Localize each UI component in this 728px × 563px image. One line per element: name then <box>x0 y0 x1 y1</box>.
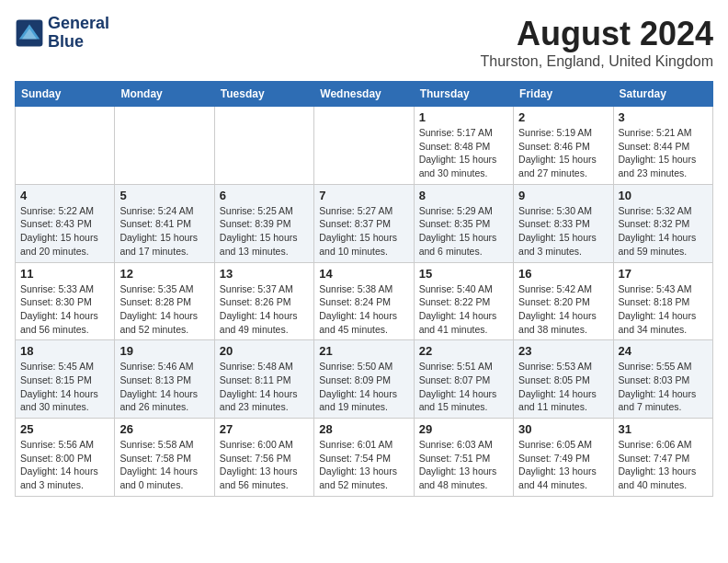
day-number: 14 <box>319 267 408 281</box>
day-number: 11 <box>20 267 109 281</box>
calendar-header-friday: Friday <box>514 82 613 107</box>
calendar-header-saturday: Saturday <box>613 82 712 107</box>
calendar-cell: 16Sunrise: 5:42 AM Sunset: 8:20 PM Dayli… <box>514 262 613 340</box>
calendar-cell: 25Sunrise: 5:56 AM Sunset: 8:00 PM Dayli… <box>16 419 115 497</box>
title-block: August 2024 Thurston, England, United Ki… <box>481 15 713 70</box>
calendar-cell: 12Sunrise: 5:35 AM Sunset: 8:28 PM Dayli… <box>115 262 214 340</box>
logo-text: General Blue <box>48 15 109 52</box>
calendar-cell: 23Sunrise: 5:53 AM Sunset: 8:05 PM Dayli… <box>514 340 613 419</box>
day-info: Sunrise: 5:29 AM Sunset: 8:35 PM Dayligh… <box>419 204 508 259</box>
day-number: 2 <box>518 110 608 124</box>
calendar-cell: 11Sunrise: 5:33 AM Sunset: 8:30 PM Dayli… <box>16 262 115 340</box>
day-info: Sunrise: 5:22 AM Sunset: 8:43 PM Dayligh… <box>20 204 109 259</box>
day-info: Sunrise: 5:56 AM Sunset: 8:00 PM Dayligh… <box>20 438 109 492</box>
day-number: 29 <box>419 422 508 436</box>
day-number: 31 <box>619 422 708 436</box>
calendar-cell: 15Sunrise: 5:40 AM Sunset: 8:22 PM Dayli… <box>414 262 513 340</box>
calendar-week-row: 4Sunrise: 5:22 AM Sunset: 8:43 PM Daylig… <box>16 184 713 262</box>
day-info: Sunrise: 5:40 AM Sunset: 8:22 PM Dayligh… <box>419 282 508 337</box>
day-number: 12 <box>119 267 209 281</box>
day-info: Sunrise: 5:24 AM Sunset: 8:41 PM Dayligh… <box>119 204 209 259</box>
day-info: Sunrise: 5:21 AM Sunset: 8:44 PM Dayligh… <box>619 126 708 180</box>
day-info: Sunrise: 5:53 AM Sunset: 8:05 PM Dayligh… <box>518 360 608 414</box>
day-info: Sunrise: 6:05 AM Sunset: 7:49 PM Dayligh… <box>518 438 608 492</box>
day-number: 18 <box>20 344 109 358</box>
calendar-week-row: 11Sunrise: 5:33 AM Sunset: 8:30 PM Dayli… <box>16 262 713 340</box>
calendar-cell: 17Sunrise: 5:43 AM Sunset: 8:18 PM Dayli… <box>613 262 712 340</box>
calendar-header-sunday: Sunday <box>16 82 115 107</box>
calendar-cell: 1Sunrise: 5:17 AM Sunset: 8:48 PM Daylig… <box>414 107 513 185</box>
day-info: Sunrise: 6:03 AM Sunset: 7:51 PM Dayligh… <box>419 438 508 492</box>
calendar-cell: 3Sunrise: 5:21 AM Sunset: 8:44 PM Daylig… <box>613 107 712 185</box>
calendar-header-tuesday: Tuesday <box>214 82 313 107</box>
logo-icon <box>15 18 44 48</box>
day-info: Sunrise: 5:32 AM Sunset: 8:32 PM Dayligh… <box>619 204 708 259</box>
month-year: August 2024 <box>481 15 713 53</box>
calendar-cell: 30Sunrise: 6:05 AM Sunset: 7:49 PM Dayli… <box>514 419 613 497</box>
day-number: 5 <box>119 189 209 202</box>
calendar-cell: 21Sunrise: 5:50 AM Sunset: 8:09 PM Dayli… <box>314 340 414 419</box>
calendar-header-wednesday: Wednesday <box>314 82 414 107</box>
day-info: Sunrise: 5:55 AM Sunset: 8:03 PM Dayligh… <box>619 360 708 414</box>
day-number: 24 <box>619 344 708 358</box>
day-number: 13 <box>220 267 309 281</box>
calendar-cell <box>16 107 115 185</box>
calendar-week-row: 25Sunrise: 5:56 AM Sunset: 8:00 PM Dayli… <box>16 419 713 497</box>
day-number: 3 <box>619 110 708 124</box>
day-info: Sunrise: 5:50 AM Sunset: 8:09 PM Dayligh… <box>319 360 408 414</box>
day-number: 6 <box>220 189 309 202</box>
day-number: 22 <box>419 344 508 358</box>
day-info: Sunrise: 5:19 AM Sunset: 8:46 PM Dayligh… <box>518 126 608 180</box>
calendar-cell: 19Sunrise: 5:46 AM Sunset: 8:13 PM Dayli… <box>115 340 214 419</box>
day-info: Sunrise: 6:01 AM Sunset: 7:54 PM Dayligh… <box>319 438 408 492</box>
calendar-cell <box>214 107 313 185</box>
day-info: Sunrise: 5:33 AM Sunset: 8:30 PM Dayligh… <box>20 282 109 337</box>
day-number: 25 <box>20 422 109 436</box>
day-info: Sunrise: 5:42 AM Sunset: 8:20 PM Dayligh… <box>518 282 608 337</box>
day-number: 23 <box>518 344 608 358</box>
day-number: 1 <box>419 110 508 124</box>
day-number: 10 <box>619 189 708 202</box>
logo: General Blue <box>15 15 109 52</box>
calendar-cell: 5Sunrise: 5:24 AM Sunset: 8:41 PM Daylig… <box>115 184 214 262</box>
day-info: Sunrise: 5:51 AM Sunset: 8:07 PM Dayligh… <box>419 360 508 414</box>
calendar-cell: 29Sunrise: 6:03 AM Sunset: 7:51 PM Dayli… <box>414 419 513 497</box>
day-info: Sunrise: 5:38 AM Sunset: 8:24 PM Dayligh… <box>319 282 408 337</box>
calendar-cell: 4Sunrise: 5:22 AM Sunset: 8:43 PM Daylig… <box>16 184 115 262</box>
day-info: Sunrise: 5:48 AM Sunset: 8:11 PM Dayligh… <box>220 360 309 414</box>
calendar-header-thursday: Thursday <box>414 82 513 107</box>
calendar-cell: 9Sunrise: 5:30 AM Sunset: 8:33 PM Daylig… <box>514 184 613 262</box>
calendar-table: SundayMondayTuesdayWednesdayThursdayFrid… <box>15 81 713 497</box>
calendar-cell: 7Sunrise: 5:27 AM Sunset: 8:37 PM Daylig… <box>314 184 414 262</box>
calendar-cell: 14Sunrise: 5:38 AM Sunset: 8:24 PM Dayli… <box>314 262 414 340</box>
day-number: 27 <box>220 422 309 436</box>
calendar-cell: 26Sunrise: 5:58 AM Sunset: 7:58 PM Dayli… <box>115 419 214 497</box>
calendar-week-row: 18Sunrise: 5:45 AM Sunset: 8:15 PM Dayli… <box>16 340 713 419</box>
calendar-cell: 24Sunrise: 5:55 AM Sunset: 8:03 PM Dayli… <box>613 340 712 419</box>
page-header: General Blue August 2024 Thurston, Engla… <box>15 15 713 70</box>
day-info: Sunrise: 5:27 AM Sunset: 8:37 PM Dayligh… <box>319 204 408 259</box>
day-info: Sunrise: 5:43 AM Sunset: 8:18 PM Dayligh… <box>619 282 708 337</box>
day-number: 26 <box>119 422 209 436</box>
calendar-cell: 22Sunrise: 5:51 AM Sunset: 8:07 PM Dayli… <box>414 340 513 419</box>
calendar-header-row: SundayMondayTuesdayWednesdayThursdayFrid… <box>16 82 713 107</box>
calendar-cell: 6Sunrise: 5:25 AM Sunset: 8:39 PM Daylig… <box>214 184 313 262</box>
calendar-cell: 2Sunrise: 5:19 AM Sunset: 8:46 PM Daylig… <box>514 107 613 185</box>
calendar-cell <box>115 107 214 185</box>
day-info: Sunrise: 5:46 AM Sunset: 8:13 PM Dayligh… <box>119 360 209 414</box>
calendar-cell: 10Sunrise: 5:32 AM Sunset: 8:32 PM Dayli… <box>613 184 712 262</box>
day-number: 30 <box>518 422 608 436</box>
day-number: 15 <box>419 267 508 281</box>
day-info: Sunrise: 6:06 AM Sunset: 7:47 PM Dayligh… <box>619 438 708 492</box>
calendar-week-row: 1Sunrise: 5:17 AM Sunset: 8:48 PM Daylig… <box>16 107 713 185</box>
day-number: 21 <box>319 344 408 358</box>
day-number: 19 <box>119 344 209 358</box>
day-number: 9 <box>518 189 608 202</box>
day-number: 8 <box>419 189 508 202</box>
calendar-header-monday: Monday <box>115 82 214 107</box>
calendar-cell: 31Sunrise: 6:06 AM Sunset: 7:47 PM Dayli… <box>613 419 712 497</box>
calendar-cell: 13Sunrise: 5:37 AM Sunset: 8:26 PM Dayli… <box>214 262 313 340</box>
day-info: Sunrise: 6:00 AM Sunset: 7:56 PM Dayligh… <box>220 438 309 492</box>
day-number: 7 <box>319 189 408 202</box>
day-info: Sunrise: 5:30 AM Sunset: 8:33 PM Dayligh… <box>518 204 608 259</box>
